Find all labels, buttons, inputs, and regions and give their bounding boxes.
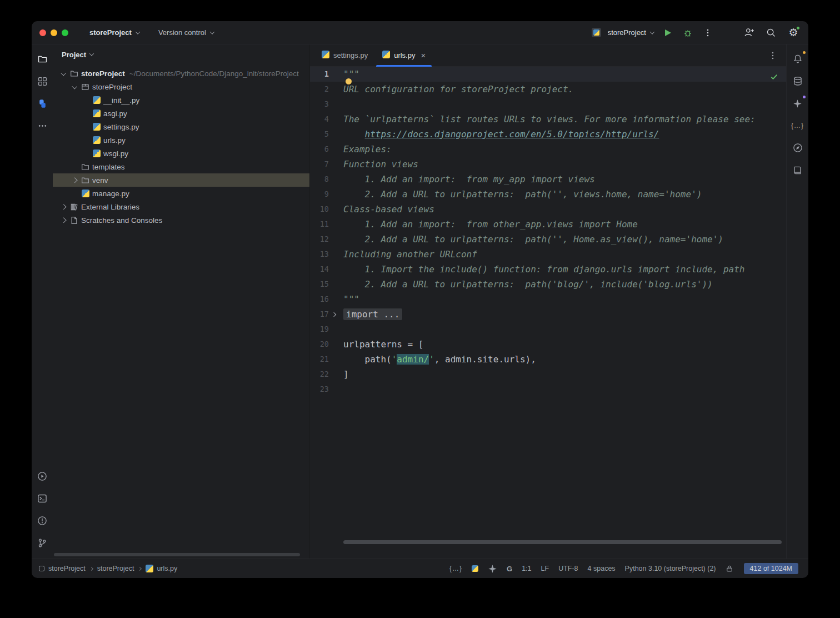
code-line-text[interactable]: Including another URLconf	[339, 247, 477, 262]
tree-item-manage-py[interactable]: manage.py	[53, 187, 309, 200]
code-line-10[interactable]: 10Class-based views	[310, 202, 786, 217]
line-number[interactable]: 20	[310, 337, 329, 352]
tree-item--init-py[interactable]: __init__.py	[53, 93, 309, 107]
code-line-19[interactable]: 19	[310, 322, 786, 337]
version-control-button[interactable]	[34, 535, 51, 551]
project-button[interactable]	[34, 51, 51, 67]
line-number[interactable]: 21	[310, 352, 329, 367]
zoom-button[interactable]	[62, 29, 68, 36]
breadcrumb-item-urls-py[interactable]: urls.py	[146, 565, 177, 572]
debug-button[interactable]	[681, 26, 695, 40]
code-line-21[interactable]: 21 path('admin/', admin.site.urls),	[310, 352, 786, 367]
code-line-13[interactable]: 13Including another URLconf	[310, 247, 786, 262]
tree-item-external-libraries[interactable]: External Libraries	[53, 200, 309, 213]
indent-style[interactable]: 4 spaces	[588, 565, 616, 572]
database-button[interactable]	[789, 73, 806, 89]
tree-chevron-icon[interactable]	[69, 178, 79, 182]
code-line-text[interactable]: urlpatterns = [	[339, 337, 424, 352]
ai-assistant-icon[interactable]	[488, 564, 497, 574]
learn-button[interactable]	[789, 139, 806, 156]
line-number[interactable]: 1	[310, 67, 329, 82]
line-number[interactable]: 16	[310, 292, 329, 307]
grazie-icon[interactable]: G	[507, 565, 512, 573]
code-line-text[interactable]: URL configuration for storeProject proje…	[339, 82, 573, 97]
notifications-button[interactable]	[789, 51, 806, 67]
code-line-20[interactable]: 20urlpatterns = [	[310, 337, 786, 352]
tree-item-storeproject[interactable]: storeProject	[53, 80, 309, 93]
problems-button[interactable]	[34, 512, 51, 529]
breadcrumb-item-storeproject[interactable]: storeProject	[97, 565, 134, 572]
run-button[interactable]	[661, 26, 675, 40]
code-line-2[interactable]: 2URL configuration for storeProject proj…	[310, 82, 786, 97]
code-line-22[interactable]: 22]	[310, 367, 786, 382]
code-line-text[interactable]: ]	[339, 367, 349, 382]
code-line-text[interactable]: The `urlpatterns` list routes URLs to vi…	[339, 112, 756, 127]
code-line-text[interactable]: 1. Add an import: from my_app import vie…	[339, 172, 595, 187]
line-number[interactable]: 15	[310, 277, 329, 292]
line-number[interactable]: 8	[310, 172, 329, 187]
code-line-3[interactable]: 3	[310, 97, 786, 112]
code-editor[interactable]: 1"""2URL configuration for storeProject …	[310, 67, 786, 559]
code-line-text[interactable]	[339, 382, 343, 397]
documentation-button[interactable]	[789, 162, 806, 178]
line-number[interactable]: 19	[310, 322, 329, 337]
memory-indicator[interactable]: 412 of 1024M	[744, 563, 798, 574]
tree-item-asgi-py[interactable]: asgi.py	[53, 107, 309, 120]
code-line-23[interactable]: 23	[310, 382, 786, 397]
line-number[interactable]: 7	[310, 157, 329, 172]
tab-options-button[interactable]	[768, 44, 786, 66]
settings-button[interactable]: ⚙	[786, 26, 801, 40]
line-number[interactable]: 12	[310, 232, 329, 247]
line-number[interactable]: 11	[310, 217, 329, 232]
tree-chevron-icon[interactable]	[58, 72, 68, 75]
inspections-status-icon[interactable]	[770, 71, 778, 86]
line-number[interactable]: 3	[310, 97, 329, 112]
line-number[interactable]: 6	[310, 142, 329, 157]
tree-item-settings-py[interactable]: settings.py	[53, 120, 309, 133]
code-line-text[interactable]: 1. Import the include() function: from d…	[339, 262, 744, 277]
run-config-selector[interactable]: storeProject	[607, 26, 655, 39]
code-line-text[interactable]: path('admin/', admin.site.urls),	[339, 352, 536, 367]
code-line-6[interactable]: 6Examples:	[310, 142, 786, 157]
line-number[interactable]: 5	[310, 127, 329, 142]
tree-item-templates[interactable]: templates	[53, 160, 309, 173]
tree-item-storeproject[interactable]: storeProject~/Documents/PythonCode/Djang…	[53, 67, 309, 80]
code-line-15[interactable]: 15 2. Add a URL to urlpatterns: path('bl…	[310, 277, 786, 292]
code-line-12[interactable]: 12 2. Add a URL to urlpatterns: path('',…	[310, 232, 786, 247]
code-line-text[interactable]: import ...	[339, 307, 402, 322]
caret-position[interactable]: 1:1	[522, 565, 531, 572]
line-number[interactable]: 22	[310, 367, 329, 382]
version-control-selector[interactable]: Version control	[154, 26, 218, 39]
more-actions-button[interactable]	[701, 26, 715, 40]
code-line-5[interactable]: 5 https://docs.djangoproject.com/en/5.0/…	[310, 127, 786, 142]
code-line-text[interactable]: Examples:	[339, 142, 392, 157]
file-encoding[interactable]: UTF-8	[558, 565, 578, 572]
run-button[interactable]	[34, 468, 51, 485]
tree-item-scratches-and-consoles[interactable]: Scratches and Consoles	[53, 213, 309, 227]
code-with-me-button[interactable]	[742, 26, 756, 40]
code-line-text[interactable]: Function views	[339, 157, 418, 172]
python-interpreter[interactable]: Python 3.10 (storeProject) (2)	[625, 565, 716, 572]
code-line-4[interactable]: 4The `urlpatterns` list routes URLs to v…	[310, 112, 786, 127]
run-config-icon[interactable]	[592, 28, 601, 37]
code-line-text[interactable]: Class-based views	[339, 202, 434, 217]
tree-chevron-icon[interactable]	[69, 86, 79, 88]
code-line-1[interactable]: 1"""	[310, 67, 786, 82]
structure-button[interactable]	[34, 73, 51, 89]
code-line-14[interactable]: 14 1. Import the include() function: fro…	[310, 262, 786, 277]
more-button[interactable]	[34, 117, 51, 134]
line-number[interactable]: 14	[310, 262, 329, 277]
code-line-9[interactable]: 9 2. Add a URL to urlpatterns: path('', …	[310, 187, 786, 202]
line-ending[interactable]: LF	[541, 565, 549, 572]
code-line-16[interactable]: 16"""	[310, 292, 786, 307]
code-line-text[interactable]: 2. Add a URL to urlpatterns: path('', Ho…	[339, 232, 723, 247]
tab-urls-py[interactable]: urls.py×	[375, 44, 433, 66]
ai-assistant-button[interactable]	[789, 95, 806, 112]
tab-settings-py[interactable]: settings.py	[314, 44, 375, 66]
lock-icon[interactable]	[726, 565, 733, 572]
python-logo-button[interactable]	[34, 95, 51, 112]
code-line-7[interactable]: 7Function views	[310, 157, 786, 172]
fold-gutter[interactable]	[329, 307, 339, 322]
tree-item-venv[interactable]: venv	[53, 173, 309, 187]
line-number[interactable]: 17	[310, 307, 329, 322]
